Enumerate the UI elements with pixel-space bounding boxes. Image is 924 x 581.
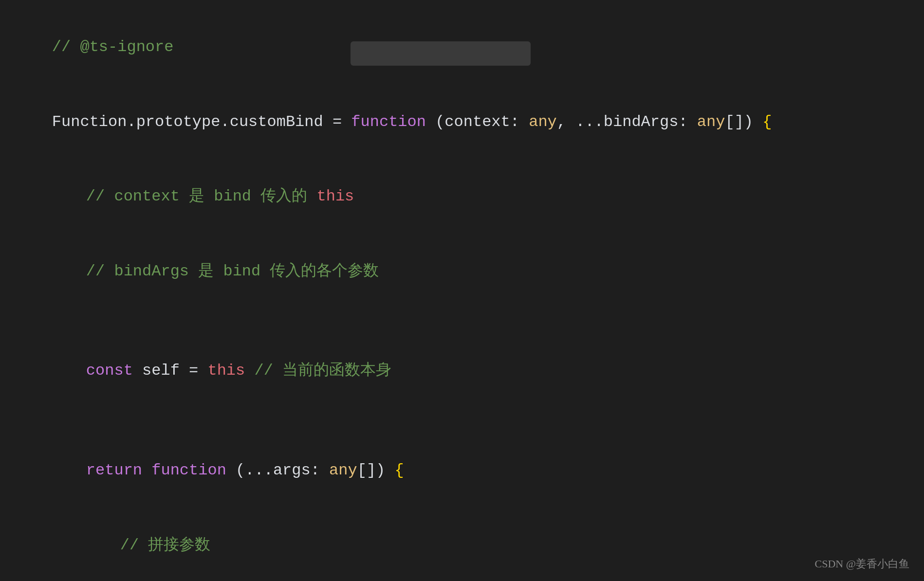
code-editor: // @ts-ignore Function.prototype.customB… <box>0 0 924 581</box>
keyword-this: this <box>207 362 245 380</box>
blank-line-1 <box>15 309 909 333</box>
keyword-return: return <box>86 461 142 479</box>
func-params: (context: <box>426 113 529 131</box>
self-var: self = <box>133 362 208 380</box>
watermark: CSDN @姜香小白鱼 <box>815 557 909 571</box>
bind-args: bindArgs: <box>604 113 697 131</box>
arr-bracket: []) <box>725 113 762 131</box>
arr-bracket2: []) <box>357 461 395 479</box>
code-line-8: return function (...args: any[]) { <box>15 433 909 508</box>
comment-concat: // 拼接参数 <box>120 536 211 554</box>
func-prototype: Function.prototype.customBind = <box>52 113 351 131</box>
keyword-function: function <box>351 113 426 131</box>
code-line-2: Function.prototype.customBind = function… <box>15 85 909 160</box>
open-brace1: { <box>762 113 772 131</box>
keyword-function2: function <box>151 461 226 479</box>
args-params: (...args: <box>226 461 329 479</box>
keyword-const: const <box>86 362 133 380</box>
comment-bindargs: // bindArgs 是 bind 传入的各个参数 <box>86 262 379 280</box>
type-any3: any <box>329 461 357 479</box>
type-any2: any <box>697 113 725 131</box>
tooltip-box <box>351 41 531 66</box>
code-line-6: const self = this // 当前的函数本身 <box>15 333 909 408</box>
comment-context: // context 是 bind 传入的 <box>86 187 317 205</box>
this-highlight: this <box>316 187 354 205</box>
code-line-3: // context 是 bind 传入的 this <box>15 159 909 234</box>
code-line-4: // bindArgs 是 bind 传入的各个参数 <box>15 234 909 309</box>
code-line-9: // 拼接参数 <box>15 508 909 581</box>
comma1: , ... <box>557 113 604 131</box>
comment-ts-ignore: // @ts-ignore <box>52 38 174 56</box>
blank-line-2 <box>15 408 909 433</box>
comment-self: // 当前的函数本身 <box>245 362 391 380</box>
type-any1: any <box>529 113 557 131</box>
open-brace2: { <box>395 461 404 479</box>
